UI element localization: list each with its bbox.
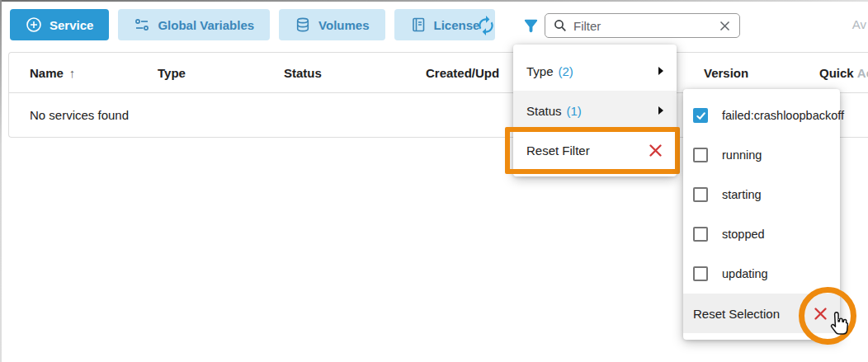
sort-asc-icon: ↑ — [69, 66, 76, 80]
table-header-row: Name↑ Type Status Created/Upd Version Qu… — [9, 53, 868, 93]
submenu-arrow-icon — [658, 106, 663, 115]
status-option-updating[interactable]: updating — [683, 254, 840, 294]
status-option-label: failed:crashloopbackoff — [722, 109, 844, 122]
window-top-border — [0, 0, 868, 2]
checkbox-icon[interactable] — [693, 148, 708, 162]
license-button-label: License — [434, 18, 480, 32]
document-icon — [410, 16, 427, 33]
checkbox-icon[interactable] — [693, 227, 708, 242]
menu-item-status-count: (1) — [567, 104, 582, 118]
status-option-starting[interactable]: starting — [683, 175, 840, 214]
checkbox-icon[interactable] — [693, 266, 708, 281]
column-header-version[interactable]: Version — [704, 66, 748, 80]
reset-selection-label: Reset Selection — [693, 307, 780, 321]
refresh-icon — [475, 15, 497, 36]
status-option-stopped[interactable]: stopped — [683, 214, 840, 254]
status-option-label: stopped — [722, 228, 765, 241]
global-variables-button[interactable]: Global Variables — [118, 9, 270, 40]
filter-menu-button[interactable] — [520, 15, 542, 37]
menu-item-type-count: (2) — [559, 64, 573, 78]
status-option-label: running — [722, 148, 762, 162]
reset-filter-label: Reset Filter — [526, 143, 590, 157]
search-icon — [554, 19, 567, 32]
empty-message: No services found — [30, 108, 129, 122]
column-header-created[interactable]: Created/Upd — [426, 66, 499, 80]
column-header-type[interactable]: Type — [158, 66, 186, 80]
status-option-label: updating — [722, 267, 768, 280]
service-button[interactable]: Service — [10, 9, 109, 40]
service-button-label: Service — [50, 18, 93, 32]
status-option-failed[interactable]: failed:crashloopbackoff — [683, 96, 840, 135]
reset-selection-x-icon[interactable] — [813, 306, 828, 322]
clear-search-icon[interactable] — [719, 20, 731, 32]
truncated-right-panel-text: Av — [852, 17, 866, 31]
checkbox-icon[interactable] — [693, 187, 708, 202]
status-option-running[interactable]: running — [683, 135, 840, 175]
status-option-label: starting — [722, 188, 762, 201]
filter-search-input[interactable] — [573, 19, 712, 33]
checkbox-icon[interactable] — [693, 108, 708, 123]
column-header-status[interactable]: Status — [284, 66, 322, 80]
filter-search-box — [545, 13, 740, 38]
refresh-button[interactable] — [474, 13, 498, 38]
filter-dropdown-menu: Type (2) Status (1) Reset Filter — [513, 45, 677, 176]
menu-item-type[interactable]: Type (2) — [513, 51, 677, 91]
window-left-border — [0, 0, 2, 362]
menu-item-type-label: Type — [526, 64, 554, 78]
submenu-arrow-icon — [658, 67, 663, 75]
global-variables-button-label: Global Variables — [158, 18, 254, 32]
database-icon — [295, 16, 311, 33]
menu-item-reset-filter[interactable]: Reset Filter — [513, 130, 677, 170]
column-header-quick-actions[interactable]: Quick Ac — [819, 66, 868, 80]
menu-item-status[interactable]: Status (1) — [513, 91, 677, 130]
column-header-name[interactable]: Name↑ — [30, 66, 75, 80]
funnel-icon — [521, 16, 540, 35]
plus-circle-icon — [26, 16, 42, 33]
menu-item-status-label: Status — [526, 104, 562, 118]
reset-filter-x-icon[interactable] — [648, 143, 663, 158]
tune-icon — [134, 16, 150, 33]
volumes-button-label: Volumes — [318, 18, 369, 32]
volumes-button[interactable]: Volumes — [279, 9, 384, 40]
reset-selection-item[interactable]: Reset Selection — [683, 294, 840, 333]
toolbar: Service Global Variables Volumes License — [10, 9, 495, 40]
status-submenu: failed:crashloopbackoff running starting… — [683, 89, 840, 340]
